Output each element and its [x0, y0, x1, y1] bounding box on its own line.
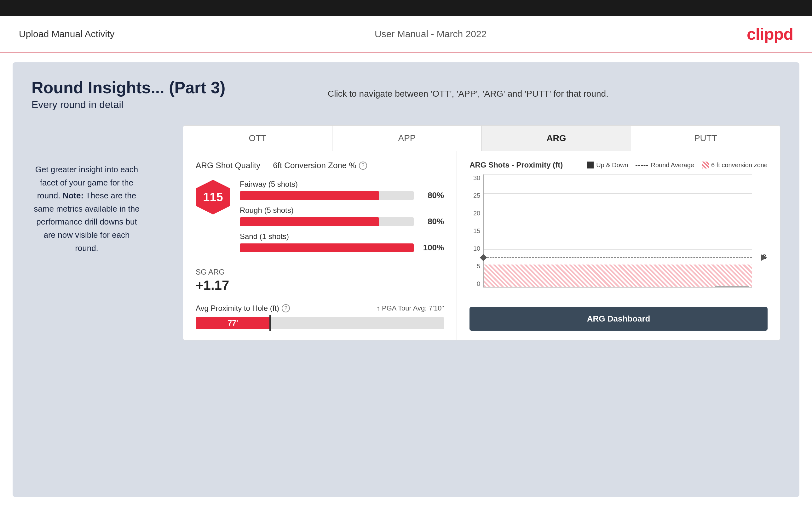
legend-dashed-icon: [636, 165, 648, 166]
legend-conversion: 6 ft conversion zone: [702, 162, 768, 169]
help-icon[interactable]: ?: [359, 162, 367, 170]
legend-hatched-icon: [702, 162, 709, 168]
tab-arg[interactable]: ARG: [482, 126, 631, 151]
bar-rough: Rough (5 shots) 80%: [240, 206, 444, 226]
hex-badge-row: 115 Fairway (5 shots) 80%: [196, 180, 444, 258]
bar-fairway: Fairway (5 shots) 80%: [240, 180, 444, 200]
bar-fill-sand: [240, 243, 414, 252]
panel-body: ARG Shot Quality 6ft Conversion Zone % ?…: [183, 151, 780, 340]
proximity-section: Avg Proximity to Hole (ft) ? ↑ PGA Tour …: [196, 296, 444, 329]
bar-sand: Sand (1 shots) 100%: [240, 232, 444, 252]
tab-ott[interactable]: OTT: [183, 126, 333, 151]
tab-putt[interactable]: PUTT: [631, 126, 780, 151]
main-panel: OTT APP ARG PUTT ARG Shot Quality 6ft Co…: [183, 125, 780, 340]
chart-bars: [484, 174, 752, 287]
upload-link[interactable]: Upload Manual Activity: [19, 29, 115, 39]
tab-bar: OTT APP ARG PUTT: [183, 126, 780, 151]
logo: clippd: [747, 24, 793, 44]
bars-section: Fairway (5 shots) 80% Rough (5 shots): [240, 180, 444, 258]
legend-square-icon: [587, 162, 594, 168]
shot-quality-header: ARG Shot Quality 6ft Conversion Zone % ?: [196, 161, 444, 170]
hex-value: 115: [196, 180, 230, 215]
chart-container: 30 25 20 15 10 5 0: [469, 174, 768, 297]
conversion-zone-label: 6ft Conversion Zone % ?: [273, 161, 367, 170]
annotation-text: Click to navigate between 'OTT', 'APP', …: [328, 88, 608, 100]
chart-plot-area: 8: [484, 174, 752, 287]
y-axis: 30 25 20 15 10 5 0: [469, 174, 482, 287]
section-subtitle: Every round in detail: [32, 99, 780, 111]
bar-fill-rough: [240, 217, 379, 226]
left-description: Get greater insight into each facet of y…: [32, 163, 142, 255]
sg-section: SG ARG +1.17: [196, 268, 444, 293]
bar-group-10: [715, 286, 749, 287]
arg-dashboard-button[interactable]: ARG Dashboard: [469, 307, 768, 331]
proximity-cursor: [269, 315, 271, 331]
proximity-help-icon[interactable]: ?: [282, 304, 290, 313]
chart-header: ARG Shots - Proximity (ft) Up & Down Rou…: [469, 161, 768, 169]
chart-legend: Up & Down Round Average 6 ft conversion …: [587, 162, 768, 169]
proximity-bar: 77': [196, 317, 444, 329]
legend-round-avg: Round Average: [636, 162, 694, 169]
panel-right: ARG Shots - Proximity (ft) Up & Down Rou…: [457, 151, 780, 340]
avg-line-arrow: [761, 255, 767, 261]
panel-left: ARG Shot Quality 6ft Conversion Zone % ?…: [183, 151, 457, 340]
document-title: User Manual - March 2022: [375, 29, 487, 39]
bar-fill-fairway: [240, 191, 379, 200]
shot-quality-label: ARG Shot Quality: [196, 161, 260, 170]
top-bar: [0, 0, 812, 16]
main-content: Round Insights... (Part 3) Every round i…: [13, 62, 799, 497]
legend-up-down: Up & Down: [587, 162, 628, 169]
header: Upload Manual Activity User Manual - Mar…: [0, 16, 812, 53]
tab-app[interactable]: APP: [333, 126, 482, 151]
